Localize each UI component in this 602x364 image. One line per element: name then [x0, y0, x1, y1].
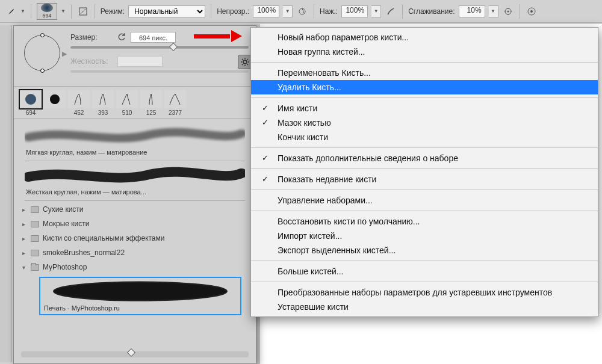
size-slider[interactable]	[70, 46, 249, 49]
opacity-input[interactable]: 100%	[253, 5, 279, 17]
check-icon: ✓	[262, 174, 268, 184]
left-dock	[0, 25, 12, 362]
menu-restore-default[interactable]: Восстановить кисти по умолчанию...	[251, 214, 598, 229]
menu-new-brush-group[interactable]: Новая группа кистей...	[251, 45, 598, 59]
menu-brush-name[interactable]: ✓Имя кисти	[251, 101, 598, 116]
svg-point-7	[243, 60, 247, 64]
hardness-label: Жесткость:	[70, 57, 113, 66]
brush-folder[interactable]: ▸Кисти со специальными эффектами	[19, 231, 251, 245]
opacity-label: Непрозр.:	[217, 7, 249, 16]
check-icon: ✓	[262, 118, 268, 127]
airbrush-icon[interactable]	[385, 5, 397, 17]
brush-folder[interactable]: ▸Мокрые кисти	[19, 217, 251, 231]
size-label: Размер:	[70, 33, 113, 42]
smoothing-label: Сглаживание:	[408, 7, 455, 16]
menu-new-brush-preset[interactable]: Новый набор параметров кисти...	[251, 30, 598, 45]
menu-brush-stroke[interactable]: ✓Мазок кистью	[251, 116, 598, 130]
brush-picker-dropdown-icon[interactable]: ▼	[61, 8, 66, 14]
hardness-slider	[70, 70, 249, 73]
smoothing-dropdown-icon[interactable]: ▼	[489, 5, 498, 17]
opacity-dropdown-icon[interactable]: ▼	[283, 5, 293, 17]
svg-point-8	[25, 94, 36, 105]
brush-angle-widget[interactable]: ▶	[21, 32, 63, 74]
menu-get-more-brushes[interactable]: Больше кистей...	[251, 264, 598, 279]
flow-label: Наж.:	[320, 7, 338, 16]
menu-rename-brush[interactable]: Переименовать Кисть...	[251, 66, 598, 80]
recent-brushes-strip: 694 452 393 510 125 2377	[14, 86, 256, 119]
menu-legacy-brushes[interactable]: Устаревшие кисти	[251, 300, 598, 314]
brush-folder[interactable]: ▸Сухие кисти	[19, 202, 251, 217]
flow-dropdown-icon[interactable]: ▼	[371, 5, 381, 17]
brush-preset-list[interactable]: Мягкая круглая, нажим — матирование Жест…	[14, 119, 256, 348]
menu-preset-manager[interactable]: Управление наборами...	[251, 193, 598, 208]
recent-brush[interactable]: 694	[20, 90, 42, 116]
brush-preset[interactable]: Жесткая круглая, нажим — матирова...	[25, 164, 245, 201]
check-icon: ✓	[262, 103, 268, 113]
brush-preset-size: 694	[42, 13, 51, 19]
brush-tool-icon	[5, 5, 17, 17]
menu-delete-brush[interactable]: Удалить Кисть...	[251, 80, 598, 94]
svg-point-2	[388, 13, 389, 14]
options-bar: ▼ 694 ▼ Режим: Нормальный Непрозр.: 100%…	[0, 0, 602, 23]
brush-preset-panel: ▶ Размер: 694 пикс. Жесткость: 694	[13, 25, 256, 364]
menu-show-additional-info[interactable]: ✓Показать дополнительные сведения о набо…	[251, 151, 598, 165]
flow-input[interactable]: 100%	[341, 5, 368, 17]
svg-point-1	[299, 8, 305, 14]
size-value[interactable]: 694 пикс.	[131, 32, 176, 43]
brush-zoom-slider[interactable]	[21, 351, 249, 357]
recent-brush[interactable]: 510	[116, 90, 138, 116]
brush-preset-caption: Жесткая круглая, нажим — матирова...	[25, 187, 245, 201]
check-icon: ✓	[262, 153, 268, 162]
recent-brush[interactable]: 393	[92, 90, 114, 116]
svg-point-10	[50, 94, 60, 104]
hardness-value	[117, 56, 163, 67]
brush-folder-open[interactable]: ▾MyPhotoshop	[19, 260, 251, 274]
brush-preset-thumb[interactable]: 694	[37, 3, 57, 20]
menu-export-selected[interactable]: Экспорт выделенных кистей...	[251, 243, 598, 258]
tool-preset-dropdown-icon[interactable]: ▼	[20, 8, 25, 14]
recent-brush[interactable]: 452	[68, 90, 90, 116]
svg-point-4	[507, 10, 509, 12]
brush-preset-caption: Мягкая круглая, нажим — матирование	[25, 147, 245, 161]
recent-brush[interactable]: 2377	[164, 90, 186, 116]
recent-brush[interactable]	[44, 90, 66, 116]
opacity-pressure-icon[interactable]	[296, 5, 308, 17]
size-pressure-icon[interactable]	[526, 5, 538, 17]
brush-preset[interactable]: Мягкая круглая, нажим — матирование	[25, 124, 245, 161]
selected-brush-preset[interactable]: Печать - MyPhotoshop.ru	[39, 277, 241, 315]
menu-import-brushes[interactable]: Импорт кистей...	[251, 229, 598, 243]
brush-settings-icon[interactable]	[77, 5, 89, 17]
menu-brush-tip[interactable]: Кончик кисти	[251, 130, 598, 144]
recent-brush[interactable]: 125	[140, 90, 162, 116]
svg-point-6	[530, 10, 533, 13]
reset-size-icon[interactable]	[117, 32, 126, 43]
mode-label: Режим:	[101, 7, 125, 16]
menu-show-recent-brushes[interactable]: ✓Показать недавние кисти	[251, 172, 598, 187]
smoothing-options-icon[interactable]	[502, 5, 514, 17]
brush-context-menu: Новый набор параметров кисти... Новая гр…	[250, 27, 598, 317]
blend-mode-select[interactable]: Нормальный	[128, 5, 205, 17]
brush-folder[interactable]: ▸smokeBrushes_normal22	[19, 245, 251, 260]
smoothing-input[interactable]: 10%	[459, 5, 485, 17]
menu-converted-legacy-presets[interactable]: Преобразованные наборы параметров для ус…	[251, 285, 598, 300]
